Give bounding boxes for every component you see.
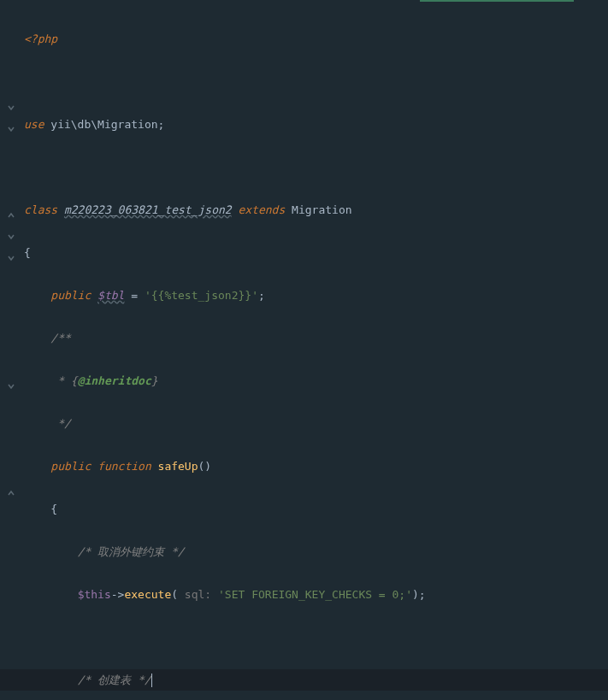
op: =: [124, 289, 144, 302]
parens: (): [198, 460, 212, 473]
method: execute: [124, 588, 171, 601]
fold-icon[interactable]: [7, 376, 15, 385]
docblock: }: [151, 374, 158, 387]
fold-icon[interactable]: [7, 205, 15, 214]
docblock: /**: [50, 332, 70, 344]
property: $tbl: [97, 289, 124, 302]
php-tag: <?php: [24, 32, 57, 45]
brace: {: [50, 503, 57, 515]
fold-icon[interactable]: [7, 226, 15, 235]
visibility: public: [50, 460, 97, 473]
use-path: yii\db\Migration;: [50, 118, 164, 131]
string: 'SET FOREIGN_KEY_CHECKS = 0;': [218, 588, 412, 601]
code-area[interactable]: <?php use yii\db\Migration; class m22022…: [21, 0, 608, 700]
fold-icon[interactable]: [7, 483, 15, 491]
comment: /* 取消外键约束 */: [78, 545, 185, 558]
string: '{{%test_json2}}': [145, 289, 258, 302]
docblock: * {: [50, 374, 77, 387]
this: $this: [78, 588, 111, 601]
function-name: safeUp: [158, 460, 198, 473]
code-editor[interactable]: <?php use yii\db\Migration; class m22022…: [0, 0, 608, 700]
docblock: */: [50, 417, 70, 430]
class-keyword: class: [24, 203, 64, 216]
comment: /* 创建表 *: [78, 674, 145, 686]
parent-class: Migration: [292, 203, 351, 216]
param-hint: sql:: [178, 588, 218, 601]
extends-keyword: extends: [232, 203, 292, 216]
arrow: ->: [111, 588, 125, 601]
editor-gutter: [0, 0, 21, 700]
text-cursor: [151, 674, 152, 687]
semi: ;: [258, 289, 265, 302]
function-keyword: function: [97, 460, 157, 473]
fold-icon[interactable]: [7, 119, 15, 127]
fold-icon[interactable]: [7, 248, 15, 256]
use-keyword: use: [24, 118, 50, 131]
doc-tag: @inheritdoc: [78, 374, 151, 387]
fold-icon[interactable]: [7, 97, 15, 106]
brace: {: [24, 246, 31, 259]
class-name: m220223_063821_test_json2: [64, 203, 232, 216]
visibility: public: [50, 289, 97, 302]
